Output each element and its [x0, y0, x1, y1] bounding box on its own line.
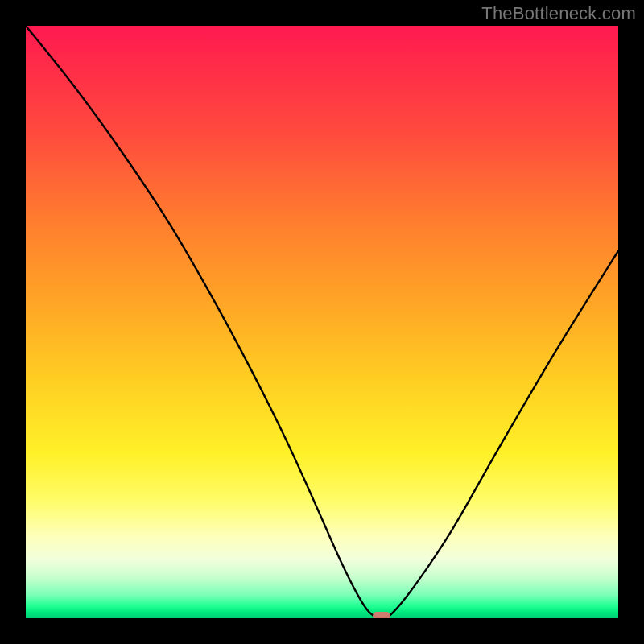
watermark-text: TheBottleneck.com	[481, 3, 636, 24]
optimal-marker-pill	[373, 612, 390, 618]
optimal-marker	[373, 612, 390, 618]
plot-area	[26, 26, 618, 618]
bottleneck-curve	[26, 26, 618, 618]
chart-frame: TheBottleneck.com	[0, 0, 644, 644]
